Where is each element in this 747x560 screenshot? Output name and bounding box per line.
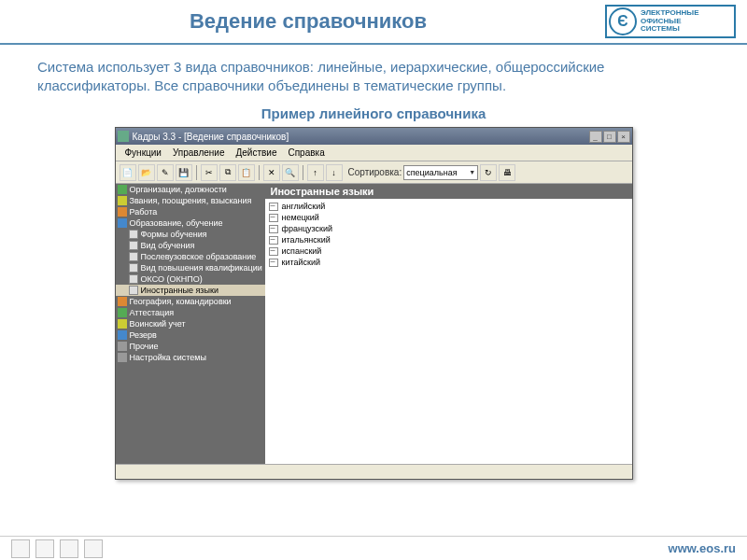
tree-item[interactable]: Вид обучения xyxy=(116,240,265,251)
tree-item-label: Вид обучения xyxy=(141,241,195,250)
list-item-label: китайский xyxy=(282,258,321,267)
footer-nav-icon[interactable] xyxy=(60,539,78,558)
tree-item-label: Аттестация xyxy=(130,308,175,317)
list-item-label: английский xyxy=(282,202,326,211)
tree-item[interactable]: Послевузовское образование xyxy=(116,251,265,262)
tree-item-label: Прочие xyxy=(130,342,159,351)
tb-new-icon[interactable]: 📄 xyxy=(120,164,136,181)
list-area[interactable]: английскийнемецкийфранцузскийитальянский… xyxy=(265,199,632,464)
sort-value: специальная xyxy=(406,168,457,177)
menu-functions[interactable]: Функции xyxy=(120,147,167,158)
tree-item-icon xyxy=(118,319,127,329)
list-item-icon xyxy=(269,259,278,267)
toolbar-separator xyxy=(303,165,303,180)
tree-item[interactable]: Иностранные языки xyxy=(116,285,265,296)
list-item-icon xyxy=(269,225,278,233)
tb-cut-icon[interactable]: ✂ xyxy=(201,164,218,181)
tree-item-icon xyxy=(118,196,127,205)
tree-item-label: Организации, должности xyxy=(130,185,227,194)
tb-down-icon[interactable]: ↓ xyxy=(326,164,343,181)
tree-item-icon xyxy=(118,297,127,306)
list-item[interactable]: немецкий xyxy=(267,212,630,223)
menu-action[interactable]: Действие xyxy=(231,147,283,158)
tree-item[interactable]: География, командировки xyxy=(116,296,265,307)
slide-title: Ведение справочников xyxy=(11,9,605,34)
tree-item-icon xyxy=(118,308,127,317)
list-item-label: немецкий xyxy=(282,213,319,222)
list-item-label: испанский xyxy=(282,246,322,256)
tb-up-icon[interactable]: ↑ xyxy=(307,164,324,181)
footer-url: www.eos.ru xyxy=(669,541,736,555)
list-item-label: итальянский xyxy=(282,235,331,245)
tb-copy-icon[interactable]: ⧉ xyxy=(219,164,236,181)
list-item-icon xyxy=(269,247,278,256)
tree-item[interactable]: Формы обучения xyxy=(116,229,265,240)
tb-search-icon[interactable]: 🔍 xyxy=(282,164,299,181)
tree-item[interactable]: Работа xyxy=(116,206,265,217)
sidebar-tree[interactable]: Организации, должностиЗвания, поощрения,… xyxy=(116,184,265,464)
list-item[interactable]: французский xyxy=(267,223,630,234)
tb-paste-icon[interactable]: 📋 xyxy=(238,164,255,181)
tree-item-icon xyxy=(118,330,127,340)
footer-nav-icon[interactable] xyxy=(84,539,103,558)
tree-item-icon xyxy=(118,185,127,194)
maximize-button[interactable]: □ xyxy=(603,131,616,143)
tree-item-icon xyxy=(129,286,138,295)
sort-label: Сортировка: xyxy=(348,167,402,177)
tree-item-label: Вид повышения квалификации xyxy=(141,263,262,273)
tree-item[interactable]: Резерв xyxy=(116,329,265,341)
tree-item[interactable]: Прочие xyxy=(116,341,265,352)
tb-print-icon[interactable]: 🖶 xyxy=(499,164,515,181)
tree-item-label: Иностранные языки xyxy=(141,286,218,295)
tree-item-label: Настройка системы xyxy=(130,353,207,362)
tree-item[interactable]: Организации, должности xyxy=(116,184,265,195)
sort-dropdown[interactable]: специальная ▼ xyxy=(403,165,478,180)
tb-delete-icon[interactable]: ✕ xyxy=(263,164,280,181)
tree-item-label: Образование, обучение xyxy=(130,218,223,228)
tb-refresh-icon[interactable]: ↻ xyxy=(480,164,497,181)
tree-item[interactable]: Аттестация xyxy=(116,307,265,318)
tree-item-icon xyxy=(118,218,127,228)
tb-open-icon[interactable]: 📂 xyxy=(138,164,155,181)
close-button[interactable]: × xyxy=(617,131,630,143)
toolbar: 📄 📂 ✎ 💾 ✂ ⧉ 📋 ✕ 🔍 ↑ ↓ Сортировка: специа… xyxy=(116,161,632,184)
list-item[interactable]: китайский xyxy=(267,257,630,268)
app-window: Кадры 3.3 - [Ведение справочников] _ □ ×… xyxy=(115,127,633,480)
tree-item-icon xyxy=(118,207,127,217)
tree-item[interactable]: Настройка системы xyxy=(116,352,265,363)
menu-management[interactable]: Управление xyxy=(167,147,231,158)
footer-nav-icon[interactable] xyxy=(11,539,30,558)
chevron-down-icon: ▼ xyxy=(469,169,475,175)
tb-edit-icon[interactable]: ✎ xyxy=(157,164,174,181)
footer: www.eos.ru xyxy=(0,536,747,560)
tree-item[interactable]: Вид повышения квалификации xyxy=(116,262,265,273)
logo: Є ЭЛЕКТРОННЫЕ ОФИСНЫЕ СИСТЕМЫ xyxy=(605,5,736,38)
list-item[interactable]: итальянский xyxy=(267,234,630,245)
tree-item[interactable]: ОКСО (ОКНПО) xyxy=(116,273,265,285)
titlebar[interactable]: Кадры 3.3 - [Ведение справочников] _ □ × xyxy=(116,128,632,145)
footer-nav-icon[interactable] xyxy=(35,539,54,558)
tree-item-icon xyxy=(129,241,138,250)
tree-item[interactable]: Образование, обучение xyxy=(116,217,265,229)
tree-item-icon xyxy=(129,274,138,284)
tree-item-icon xyxy=(118,353,127,362)
menu-help[interactable]: Справка xyxy=(282,147,330,158)
logo-text: ЭЛЕКТРОННЫЕ ОФИСНЫЕ СИСТЕМЫ xyxy=(641,9,698,34)
list-item-icon xyxy=(269,203,278,211)
list-item[interactable]: английский xyxy=(267,201,630,212)
example-title: Пример линейного справочника xyxy=(37,105,710,121)
tree-item[interactable]: Звания, поощрения, взыскания xyxy=(116,195,265,206)
tb-save-icon[interactable]: 💾 xyxy=(176,164,192,181)
tree-item-label: Формы обучения xyxy=(141,230,207,239)
tree-item-icon xyxy=(129,252,138,261)
statusbar xyxy=(116,464,632,479)
list-item-icon xyxy=(269,214,278,222)
tree-item-label: Работа xyxy=(130,207,158,217)
tree-item-icon xyxy=(129,263,138,273)
tree-item-icon xyxy=(129,230,138,239)
tree-item-label: Послевузовское образование xyxy=(141,252,257,261)
panel-header: Иностранные языки xyxy=(265,184,632,199)
list-item[interactable]: испанский xyxy=(267,245,630,257)
tree-item[interactable]: Воинский учет xyxy=(116,318,265,329)
minimize-button[interactable]: _ xyxy=(589,131,602,143)
